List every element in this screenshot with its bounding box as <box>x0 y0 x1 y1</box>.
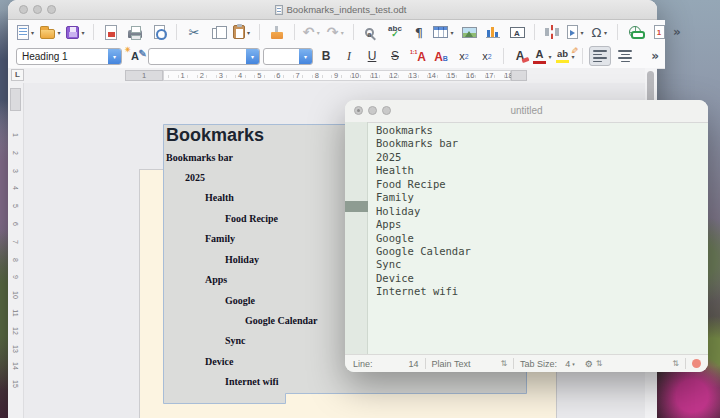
stepper-icon[interactable]: ⇅ <box>500 359 507 368</box>
image-icon <box>462 27 477 38</box>
editor-line[interactable]: Internet wifi <box>376 285 471 298</box>
cut-button[interactable]: ✂ <box>184 22 204 42</box>
align-left-button[interactable] <box>589 46 611 66</box>
decrease-font-size-button[interactable]: AB <box>431 46 451 66</box>
editor-line[interactable]: Sync <box>376 258 471 271</box>
align-center-button[interactable] <box>614 46 636 66</box>
font-color-button[interactable]: A <box>533 46 553 66</box>
spelling-button[interactable]: abc✓ <box>385 22 405 42</box>
ruler-right-margin[interactable] <box>511 70 527 81</box>
undo-button[interactable]: ↶ <box>302 22 322 42</box>
ruler-left-margin[interactable]: 1 <box>125 70 163 81</box>
insert-text-box-button[interactable]: A <box>507 22 527 42</box>
clear-formatting-button[interactable]: A <box>510 46 530 66</box>
editor-titlebar[interactable]: untitled <box>345 100 708 123</box>
paragraph-style-combo[interactable]: Heading 1 <box>16 48 122 65</box>
redo-icon: ↷ <box>327 25 339 39</box>
zoom-button[interactable] <box>47 5 56 14</box>
highlight-color-button[interactable]: ab✎ <box>556 46 576 66</box>
chevron-down-icon[interactable] <box>56 29 62 36</box>
insert-table-button[interactable] <box>433 22 455 42</box>
chevron-down-icon[interactable] <box>299 49 312 64</box>
print-button[interactable] <box>125 22 145 42</box>
editor-line[interactable]: Health <box>376 164 471 177</box>
editor-line[interactable]: Apps <box>376 218 471 231</box>
clone-formatting-button[interactable] <box>267 22 287 42</box>
redo-button[interactable]: ↷ <box>326 22 346 42</box>
editor-line[interactable]: Food Recipe <box>376 178 471 191</box>
search-icon: a <box>365 28 374 37</box>
chevron-down-icon[interactable] <box>547 53 553 60</box>
insert-chart-button[interactable] <box>483 22 503 42</box>
increase-font-size-button[interactable]: 1:1A <box>408 46 428 66</box>
document-icon <box>274 5 282 15</box>
horizontal-ruler[interactable]: L 1 123456789101112131415161718 <box>8 68 645 83</box>
update-style-button[interactable]: ✳A✎ <box>125 46 145 66</box>
chevron-down-icon[interactable] <box>602 29 608 36</box>
document-heading[interactable]: Bookmarks <box>166 123 264 148</box>
stepper-icon[interactable]: ⇅ <box>596 359 603 368</box>
font-size-combo[interactable] <box>263 48 313 65</box>
editor-line[interactable]: Bookmarks <box>376 124 471 137</box>
export-pdf-button[interactable] <box>101 22 121 42</box>
minimize-button[interactable] <box>33 5 42 14</box>
tab-size-label: Tab Size: <box>520 359 557 369</box>
insert-field-button[interactable] <box>566 22 586 42</box>
editor-line[interactable]: 2025 <box>376 151 471 164</box>
formatting-marks-button[interactable]: ¶ <box>409 22 429 42</box>
new-document-button[interactable] <box>16 22 36 42</box>
chevron-down-icon[interactable] <box>246 49 259 64</box>
insert-footnote-button[interactable]: 1 <box>649 22 669 42</box>
chevron-down-icon[interactable] <box>315 29 321 36</box>
chevron-down-icon[interactable] <box>572 361 575 367</box>
bold-button[interactable]: B <box>316 46 336 66</box>
writer-titlebar[interactable]: Bookmarks_indents_test.odt <box>8 0 657 20</box>
find-replace-button[interactable]: a <box>361 22 381 42</box>
ruler-top-margin[interactable] <box>10 88 21 111</box>
document-line[interactable]: Internet wifi <box>225 372 408 392</box>
gear-icon[interactable]: ⚙ <box>585 359 593 369</box>
editor-line[interactable]: Family <box>376 191 471 204</box>
stepper-icon[interactable]: ⇅ <box>672 359 679 368</box>
toolbar-overflow-button[interactable]: » <box>651 50 659 62</box>
increase-size-icon: 1:1A <box>410 47 426 65</box>
special-character-button[interactable]: Ω <box>590 22 610 42</box>
subscript-button[interactable]: x2 <box>477 46 497 66</box>
syntax-select[interactable]: Plain Text <box>432 359 471 369</box>
tab-size-value[interactable]: 4 <box>565 359 570 369</box>
superscript-button[interactable]: x2 <box>454 46 474 66</box>
editor-line[interactable]: Device <box>376 272 471 285</box>
insert-page-break-button[interactable] <box>542 22 562 42</box>
editor-line[interactable]: Google <box>376 232 471 245</box>
tab-stop-selector[interactable]: L <box>11 69 24 81</box>
editor-line[interactable]: Holiday <box>376 205 471 218</box>
font-name-combo[interactable] <box>148 48 260 65</box>
strikethrough-button[interactable]: S <box>385 46 405 66</box>
italic-button[interactable]: I <box>339 46 359 66</box>
chevron-down-icon[interactable] <box>449 29 455 36</box>
chevron-down-icon[interactable] <box>80 29 86 36</box>
editor-text-area[interactable]: BookmarksBookmarks bar2025HealthFood Rec… <box>376 124 471 299</box>
editor-line[interactable]: Bookmarks bar <box>376 137 471 150</box>
chevron-down-icon[interactable] <box>246 29 252 36</box>
standard-toolbar: ✂ ↶ ↷ a abc✓ ¶ A Ω 1 » <box>8 20 665 44</box>
chevron-down-icon[interactable] <box>339 29 345 36</box>
hyperlink-button[interactable] <box>625 22 645 42</box>
chevron-down-icon[interactable] <box>30 29 36 36</box>
toolbar-overflow-button[interactable]: » <box>673 26 681 38</box>
desktop: { "writer": { "title": "Bookmarks_indent… <box>0 0 720 418</box>
scrollbar-thumb[interactable] <box>647 71 654 103</box>
open-button[interactable] <box>40 22 62 42</box>
underline-button[interactable]: U <box>362 46 382 66</box>
chevron-down-icon[interactable] <box>579 29 585 36</box>
insert-image-button[interactable] <box>459 22 479 42</box>
editor-window-title: untitled <box>345 100 708 122</box>
copy-button[interactable] <box>208 22 228 42</box>
paste-button[interactable] <box>232 22 252 42</box>
separator <box>503 48 504 64</box>
save-button[interactable] <box>66 22 86 42</box>
editor-line[interactable]: Google Calendar <box>376 245 471 258</box>
close-button[interactable] <box>19 5 28 14</box>
print-preview-button[interactable] <box>149 22 169 42</box>
chevron-down-icon[interactable] <box>108 49 121 64</box>
